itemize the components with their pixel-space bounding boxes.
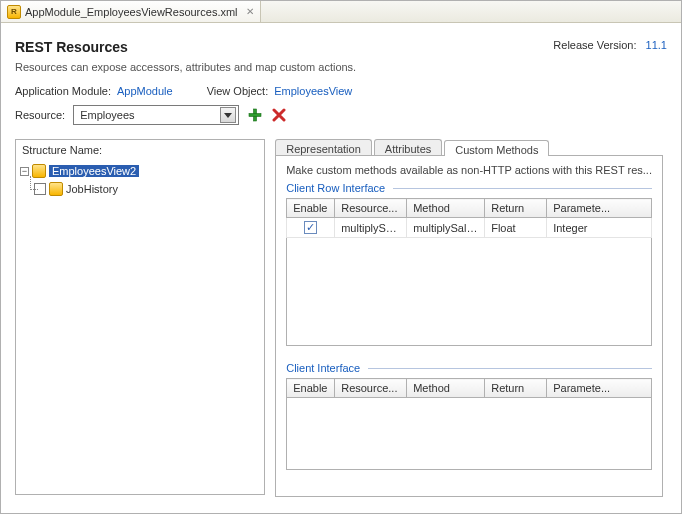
app-module-link[interactable]: AppModule bbox=[117, 85, 173, 97]
tab-representation[interactable]: Representation bbox=[275, 139, 372, 155]
resource-select-value: Employees bbox=[80, 109, 134, 121]
col-enable[interactable]: Enable bbox=[287, 379, 335, 398]
view-object-label: View Object: bbox=[207, 85, 269, 97]
panes: Structure Name: − EmployeesView2 JobHist… bbox=[15, 139, 667, 495]
client-interface-label: Client Interface bbox=[286, 362, 360, 374]
tree-line-icon bbox=[26, 180, 36, 198]
col-parameters[interactable]: Paramete... bbox=[547, 199, 652, 218]
client-row-interface-table[interactable]: Enable Resource... Method Return Paramet… bbox=[286, 198, 652, 238]
cell-parameters: Integer bbox=[547, 218, 652, 238]
plus-icon bbox=[248, 108, 262, 122]
client-interface-table[interactable]: Enable Resource... Method Return Paramet… bbox=[286, 378, 652, 398]
content-area: REST Resources Release Version: 11.1 Res… bbox=[1, 23, 681, 513]
tree-child-row[interactable]: JobHistory bbox=[20, 180, 260, 198]
col-method[interactable]: Method bbox=[407, 379, 485, 398]
col-return[interactable]: Return bbox=[485, 379, 547, 398]
tab-attributes[interactable]: Attributes bbox=[374, 139, 442, 155]
release-version-value[interactable]: 11.1 bbox=[646, 39, 667, 51]
view-object-icon bbox=[32, 164, 46, 178]
col-return[interactable]: Return bbox=[485, 199, 547, 218]
detail-pane: Representation Attributes Custom Methods… bbox=[271, 139, 667, 495]
resource-label: Resource: bbox=[15, 109, 65, 121]
resource-row: Resource: Employees bbox=[15, 105, 667, 125]
tree-root-row[interactable]: − EmployeesView2 bbox=[20, 162, 260, 180]
cell-method: multiplySalary bbox=[407, 218, 485, 238]
tab-custom-methods[interactable]: Custom Methods bbox=[444, 140, 549, 156]
svg-rect-1 bbox=[249, 114, 261, 117]
cell-return: Float bbox=[485, 218, 547, 238]
structure-title: Structure Name: bbox=[16, 140, 264, 160]
col-parameters[interactable]: Paramete... bbox=[547, 379, 652, 398]
add-resource-button[interactable] bbox=[247, 107, 263, 123]
file-tab-label: AppModule_EmployeesViewResources.xml bbox=[25, 6, 238, 18]
table-header-row: Enable Resource... Method Return Paramet… bbox=[287, 199, 652, 218]
view-object-link[interactable]: EmployeesView bbox=[274, 85, 352, 97]
client-interface-group: Client Interface Enable Resource... bbox=[286, 362, 652, 470]
cell-resource: multiplySalary bbox=[335, 218, 407, 238]
release-version: Release Version: 11.1 bbox=[553, 39, 667, 51]
chevron-down-icon bbox=[220, 107, 236, 123]
enable-checkbox[interactable] bbox=[304, 221, 317, 234]
app-module-label: Application Module: bbox=[15, 85, 111, 97]
table-row[interactable]: multiplySalary multiplySalary Float Inte… bbox=[287, 218, 652, 238]
client-row-interface-group: Client Row Interface Enable Resource... bbox=[286, 182, 652, 346]
client-row-interface-body[interactable] bbox=[286, 238, 652, 346]
delete-resource-button[interactable] bbox=[271, 107, 287, 123]
col-enable[interactable]: Enable bbox=[287, 199, 335, 218]
module-row: Application Module: AppModule View Objec… bbox=[15, 85, 667, 97]
editor-window: R AppModule_EmployeesViewResources.xml ✕… bbox=[0, 0, 682, 514]
tree-root-label: EmployeesView2 bbox=[49, 165, 139, 177]
resource-select[interactable]: Employees bbox=[73, 105, 239, 125]
custom-methods-panel: Make custom methods available as non-HTT… bbox=[275, 155, 663, 497]
structure-tree[interactable]: − EmployeesView2 JobHistory bbox=[16, 160, 264, 494]
xml-file-icon: R bbox=[7, 5, 21, 19]
collapse-icon[interactable]: − bbox=[20, 167, 29, 176]
detail-tabs: Representation Attributes Custom Methods bbox=[275, 139, 663, 155]
divider bbox=[393, 188, 652, 189]
client-row-interface-label: Client Row Interface bbox=[286, 182, 385, 194]
file-tab-bar: R AppModule_EmployeesViewResources.xml ✕ bbox=[1, 1, 681, 23]
tree-child-label: JobHistory bbox=[66, 183, 118, 195]
client-interface-body[interactable] bbox=[286, 398, 652, 470]
release-version-label: Release Version: bbox=[553, 39, 636, 51]
page-description: Resources can expose accessors, attribut… bbox=[15, 61, 667, 73]
x-icon bbox=[272, 108, 286, 122]
table-header-row: Enable Resource... Method Return Paramet… bbox=[287, 379, 652, 398]
page-title: REST Resources bbox=[15, 39, 128, 55]
file-tab[interactable]: R AppModule_EmployeesViewResources.xml ✕ bbox=[1, 1, 261, 22]
divider bbox=[368, 368, 652, 369]
custom-methods-hint: Make custom methods available as non-HTT… bbox=[286, 164, 652, 176]
view-object-icon bbox=[49, 182, 63, 196]
structure-pane: Structure Name: − EmployeesView2 JobHist… bbox=[15, 139, 265, 495]
col-resource[interactable]: Resource... bbox=[335, 199, 407, 218]
col-resource[interactable]: Resource... bbox=[335, 379, 407, 398]
col-method[interactable]: Method bbox=[407, 199, 485, 218]
close-icon[interactable]: ✕ bbox=[246, 6, 254, 17]
